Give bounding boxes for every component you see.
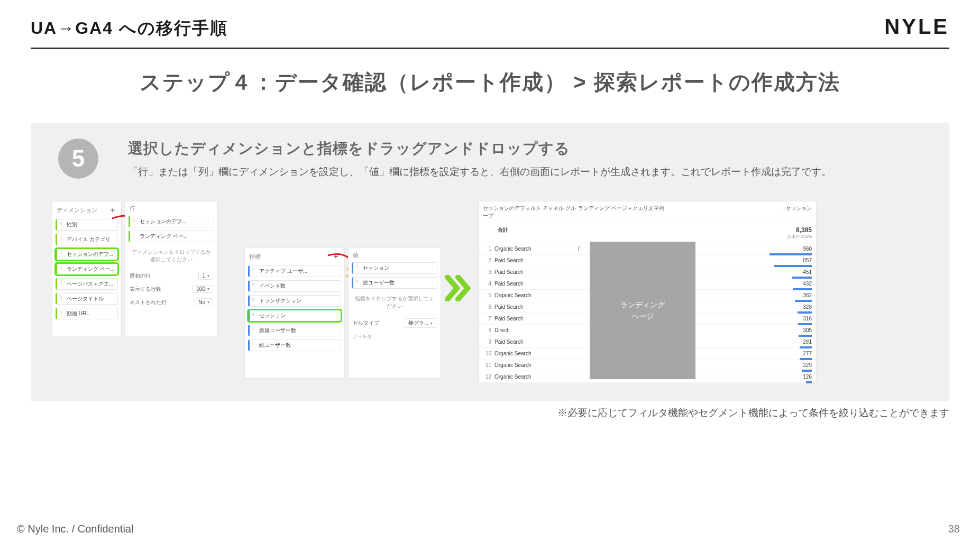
row-index: 6 — [483, 304, 494, 310]
metric-pill[interactable]: ⠿総ユーザー数 — [248, 339, 341, 351]
total-label: 合計 — [483, 226, 578, 240]
config-label: 表示する行数 — [130, 286, 161, 293]
screenshots-row: ディメンション ＋ ⠿性別⠿デバイス カテゴリ⠿セッションのデフ...⠿ランディ… — [52, 201, 933, 396]
value-metric-pill[interactable]: ⠿セッション — [352, 262, 437, 274]
slide-header: UA→GA4 への移行手順 NYLE — [31, 17, 949, 49]
step-description: 「行」または「列」欄にディメンションを設定し、「値」欄に指標を設定すると、右側の… — [128, 164, 931, 180]
step-number-badge: 5 — [58, 139, 98, 179]
cell-type-label: セルタイプ — [353, 319, 379, 327]
row-value: 432 — [764, 281, 812, 287]
header-title: UA→GA4 への移行手順 — [31, 17, 949, 40]
rows-drop-hint[interactable]: ディメンションをドロップするか選択してください — [129, 245, 214, 267]
row-value: 960 — [764, 246, 812, 252]
row-index: 2 — [483, 258, 494, 263]
add-metric-icon[interactable]: ＋ — [332, 251, 340, 262]
add-dimension-icon[interactable]: ＋ — [108, 205, 117, 216]
row-channel: Organic Search — [494, 351, 578, 356]
row-channel: Organic Search — [494, 292, 578, 298]
total-subtext: 全体の 100% — [764, 234, 812, 240]
dimension-pill[interactable]: ⠿ページパス＋クエ... — [56, 278, 118, 290]
row-value: 382 — [764, 292, 812, 298]
row-index: 10 — [483, 351, 494, 356]
rows-title: 行 — [130, 205, 135, 213]
row-channel: Organic Search — [494, 246, 578, 252]
value-metric-pill[interactable]: ⠿総ユーザー数 — [352, 277, 437, 289]
metrics-panel: 指標 ＋ ⠿アクティブ ユーザ...⠿イベント数⠿トランザクション⠿セッション⠿… — [244, 247, 345, 379]
values-drop-hint[interactable]: 指標をドロップするか選択してください — [352, 292, 437, 313]
values-title: 値 — [353, 251, 359, 259]
metrics-title: 指標 — [249, 253, 261, 261]
row-value: 316 — [764, 316, 812, 322]
double-chevron-icon — [445, 275, 472, 301]
page-number: 38 — [948, 523, 960, 535]
metric-pill[interactable]: ⠿イベント数 — [248, 280, 341, 292]
row-index: 8 — [483, 327, 494, 333]
row-value: 305 — [764, 327, 812, 333]
filter-label: フィルタ — [349, 332, 441, 341]
row-channel: Direct — [494, 327, 578, 333]
metric-pill[interactable]: ⠿アクティブ ユーザ... — [248, 265, 341, 277]
config-label: 最初の行 — [130, 272, 151, 280]
dimensions-panel: ディメンション ＋ ⠿性別⠿デバイス カテゴリ⠿セッションのデフ...⠿ランディ… — [52, 201, 122, 336]
row-channel: Paid Search — [494, 258, 578, 263]
row-index: 7 — [483, 316, 494, 322]
config-label: ネストされた行 — [130, 299, 167, 306]
row-channel: Paid Search — [494, 339, 578, 345]
row-dimension-pill[interactable]: ⠿ランディング ペー... — [129, 231, 214, 242]
row-index: 1 — [483, 246, 494, 252]
rows-config-panel: 行 ⠿セッションのデフ...⠿ランディング ペー... ディメンションをドロップ… — [125, 201, 218, 336]
row-channel: Organic Search — [494, 374, 578, 380]
row-channel: Paid Search — [494, 304, 578, 310]
row-index: 12 — [483, 374, 494, 380]
row-value: 126 — [764, 374, 812, 380]
dimension-pill[interactable]: ⠿ランディング ペー... — [56, 263, 118, 275]
metric-pill[interactable]: ⠿新規ユーザー数 — [248, 325, 341, 336]
row-landing-page: / — [578, 246, 580, 252]
row-value: 281 — [764, 339, 812, 345]
config-select[interactable]: 100 — [193, 285, 213, 293]
metric-pill[interactable]: ⠿セッション — [248, 310, 341, 322]
row-index: 5 — [483, 292, 494, 298]
dimension-pill[interactable]: ⠿デバイス カテゴリ — [56, 234, 118, 245]
row-channel: Paid Search — [494, 269, 578, 275]
values-panel: 値 ⠿セッション⠿総ユーザー数 指標をドロップするか選択してください セルタイプ… — [348, 247, 441, 379]
config-select[interactable]: No — [195, 298, 213, 306]
row-channel: Organic Search — [494, 362, 578, 368]
row-index: 11 — [483, 362, 494, 368]
row-index: 3 — [483, 269, 494, 275]
config-select[interactable]: 1 — [198, 272, 213, 280]
dimension-pill[interactable]: ⠿動画 URL — [56, 308, 118, 319]
row-value: 229 — [764, 362, 812, 368]
footnote: ※必要に応じてフィルタ機能やセグメント機能によって条件を絞り込むことができます — [0, 406, 949, 420]
col-channel-group: セッションのデフォルト チャネル グループ — [483, 205, 578, 219]
dimension-pill[interactable]: ⠿性別 — [56, 219, 118, 231]
row-value: 328 — [764, 304, 812, 310]
dimensions-title: ディメンション — [57, 206, 97, 214]
content-panel: 5 選択したディメンションと指標をドラッグアンドドロップする 「行」または「列」… — [31, 123, 949, 401]
row-dimension-pill[interactable]: ⠿セッションのデフ... — [129, 216, 214, 227]
metric-pill[interactable]: ⠿トランザクション — [248, 295, 341, 307]
row-value: 451 — [764, 269, 812, 275]
dimension-pill[interactable]: ⠿ページタイトル — [56, 293, 118, 305]
row-index: 9 — [483, 339, 494, 345]
row-channel: Paid Search — [494, 316, 578, 322]
cell-type-select[interactable]: 棒グラ... — [405, 318, 436, 328]
row-index: 4 — [483, 281, 494, 287]
col-landing-page: ランディング ページ＋クエリ文字列 — [578, 205, 764, 219]
total-value: 8,385 — [796, 226, 812, 234]
row-value: 277 — [764, 351, 812, 356]
col-sessions[interactable]: ↓セッション — [764, 205, 812, 219]
dimension-pill[interactable]: ⠿セッションのデフ... — [56, 249, 118, 260]
landing-page-redaction: ランディング ページ — [590, 242, 695, 379]
brand-logo: NYLE — [884, 15, 949, 39]
footer-confidential: © Nyle Inc. / Confidential — [17, 523, 133, 535]
row-channel: Paid Search — [494, 281, 578, 287]
step-heading: 選択したディメンションと指標をドラッグアンドドロップする — [128, 139, 931, 159]
result-report-panel: セッションのデフォルト チャネル グループ ランディング ページ＋クエリ文字列 … — [478, 201, 817, 383]
main-title: ステップ４：データ確認（レポート作成） > 探索レポートの作成方法 — [0, 68, 980, 97]
row-value: 857 — [764, 258, 812, 263]
